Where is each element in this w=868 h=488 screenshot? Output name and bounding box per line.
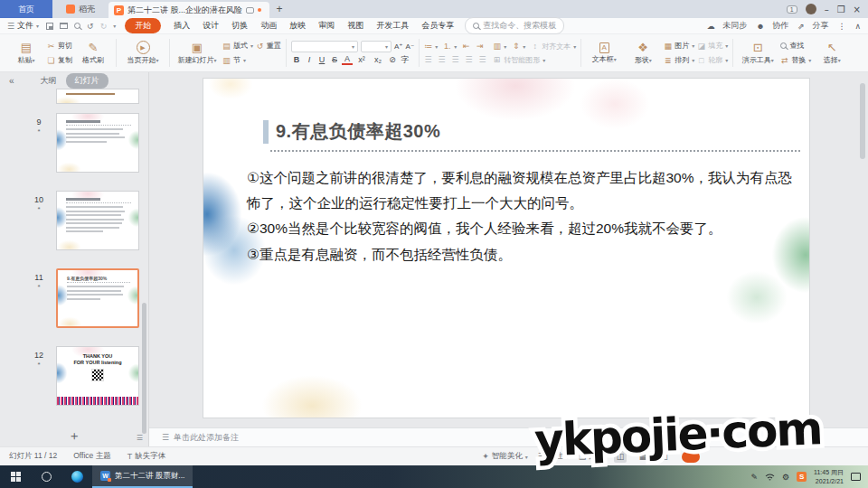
select-button[interactable]: ↖ 选择▾ [814, 35, 850, 71]
slide-thumbnail-8[interactable] [56, 89, 139, 104]
subscript-button[interactable]: x₂ [371, 55, 385, 64]
cut-button[interactable]: ✂剪切 [47, 40, 72, 52]
find-button[interactable]: 查找 [780, 40, 811, 52]
picture-button[interactable]: ▦图片▾ [664, 40, 694, 52]
shapes-button[interactable]: ❖ 形状▾ [625, 35, 661, 71]
align-center-button[interactable]: ☰ [438, 54, 446, 66]
settings-tray-icon[interactable]: ⚙ [782, 473, 789, 482]
reset-button[interactable]: ↺重置 [256, 40, 281, 52]
font-size-combo[interactable]: ▾ [361, 41, 392, 52]
layout-button[interactable]: ▤版式▾ [222, 40, 253, 52]
italic-button[interactable]: I [304, 55, 315, 64]
bold-button[interactable]: B [291, 55, 302, 64]
missing-font-warning[interactable]: T缺失字体 [127, 451, 166, 462]
action-center-icon[interactable] [851, 473, 861, 481]
canvas-scrollbar[interactable] [860, 83, 865, 159]
current-slide[interactable]: 9.有息负债率超30% ①这个问题之前讲的很清楚了，要利息的融资规模在总资产里占… [203, 79, 809, 418]
copy-button[interactable]: ❏复制 [47, 54, 72, 66]
maximize-button[interactable]: ❐ [837, 5, 845, 14]
slide-title[interactable]: 9.有息负债率超30% [276, 119, 440, 144]
minimize-button[interactable]: – [825, 5, 829, 14]
shrink-font-button[interactable]: A⁻ [406, 41, 415, 52]
docer-tab[interactable]: 稻壳 [52, 0, 108, 18]
indent-button[interactable]: ⇥ [476, 41, 484, 52]
align-left-button[interactable]: ☰ [424, 54, 432, 66]
body-paragraph-3[interactable]: ③重点是有息融资，而不包括经营性负债。 [247, 242, 802, 267]
play-slideshow-button[interactable] [682, 451, 700, 463]
fill-button[interactable]: ◪填充▾ [697, 40, 728, 52]
undo-icon[interactable]: ↺ [87, 22, 94, 31]
to-smartart-button[interactable]: ⊞转智能图形▾ [493, 54, 545, 66]
clock[interactable]: 11:45 周日 2021/2/21 [814, 468, 844, 484]
superscript-button[interactable]: x² [354, 55, 369, 64]
wps-taskbar-button[interactable]: W 第二十二讲 股票财... [92, 465, 193, 488]
share-button[interactable]: ⇗ 分享 [797, 20, 828, 32]
underline-button[interactable]: U [316, 55, 327, 64]
body-paragraph-1[interactable]: ①这个问题之前讲的很清楚了，要利息的融资规模在总资产里占比超30%，我认为有点恐… [247, 165, 802, 216]
slide-thumbnail-9[interactable] [56, 113, 139, 173]
paste-button[interactable]: ▤ 粘贴▾ [8, 35, 44, 71]
sync-status[interactable]: ☁ 未同步 [707, 20, 748, 32]
start-button[interactable] [0, 465, 31, 488]
body-paragraph-2[interactable]: ②30%当然是个比较宽容的阀值，我个人经验来看，超过20%我就不会要了。 [247, 216, 802, 241]
columns-button[interactable]: ▥▾ [493, 41, 506, 52]
theme-name[interactable]: Office 主题 [73, 451, 110, 462]
tab-member[interactable]: 会员专享 [421, 20, 454, 32]
slide-thumbnail-10[interactable] [56, 191, 139, 250]
cortana-button[interactable] [31, 465, 61, 488]
format-painter-button[interactable]: ✎ 格式刷 [75, 35, 111, 71]
distribute-button[interactable]: ☰ [478, 54, 486, 66]
wifi-icon[interactable] [765, 473, 775, 481]
notes-button[interactable]: ☰备注▾ [538, 451, 569, 462]
text-box-button[interactable]: A 文本框▾ [586, 35, 622, 71]
new-tab-button[interactable]: + [269, 0, 289, 18]
arrange-button[interactable]: ≣排列▾ [664, 54, 694, 66]
document-tab[interactable]: P 第二十二讲 股...企业的潜在风险 [108, 2, 269, 18]
file-menu[interactable]: ☰ 文件 ▾ [7, 20, 39, 32]
save-icon[interactable] [46, 23, 53, 30]
tab-devtools[interactable]: 开发工具 [376, 20, 409, 32]
slides-tab[interactable]: 幻灯片 [66, 73, 108, 89]
customize-toolbar-icon[interactable]: ▾ [113, 23, 116, 29]
comments-button[interactable]: ❑批注 [579, 451, 604, 462]
slide-body-text[interactable]: ①这个问题之前讲的很清楚了，要利息的融资规模在总资产里占比超30%，我认为有点恐… [247, 165, 802, 267]
tab-view[interactable]: 视图 [347, 20, 363, 32]
close-button[interactable]: × [854, 5, 861, 14]
print-preview-icon[interactable] [74, 23, 80, 29]
home-tab[interactable]: 首页 [0, 0, 52, 18]
account-badge[interactable]: 1 [787, 5, 797, 14]
justify-button[interactable]: ☰ [465, 54, 473, 66]
outline-button[interactable]: □轮廓▾ [697, 54, 728, 66]
slide-thumbnail-11-selected[interactable]: 9.有息负债率超30% [56, 268, 139, 328]
reading-view-button[interactable]: ▯ [659, 451, 672, 463]
tab-home[interactable]: 开始 [125, 18, 161, 33]
tab-animation[interactable]: 动画 [260, 20, 277, 32]
collapse-panel-icon[interactable]: « [9, 76, 14, 86]
notes-bar[interactable]: ☰ 单击此处添加备注 [149, 427, 868, 446]
text-effect-button[interactable]: 字 [400, 54, 410, 66]
panel-scrollbar[interactable] [142, 303, 146, 434]
present-tools-button[interactable]: ⊡ 演示工具▾ [738, 35, 778, 71]
print-icon[interactable] [60, 23, 68, 29]
grow-font-button[interactable]: A⁺ [394, 41, 403, 52]
font-color-button[interactable]: A [342, 54, 353, 65]
tab-transition[interactable]: 切换 [231, 20, 248, 32]
more-icon[interactable]: ⋮ [837, 22, 845, 31]
collapse-ribbon-icon[interactable]: ∧ [854, 22, 861, 31]
collaborate-button[interactable]: ☻ 协作 [756, 20, 788, 32]
play-from-current-button[interactable]: ▶ 当页开始▾ [121, 35, 165, 71]
pen-tray-icon[interactable]: ✎ [750, 473, 758, 482]
edge-button[interactable] [61, 465, 92, 488]
normal-view-button[interactable]: ◫ [614, 451, 627, 463]
add-slide-button[interactable]: ＋ [68, 428, 80, 445]
redo-icon[interactable]: ↻ [100, 22, 108, 31]
tab-review[interactable]: 审阅 [318, 20, 335, 32]
tab-insert[interactable]: 插入 [174, 20, 190, 32]
bullets-button[interactable]: ≔▾ [424, 41, 438, 52]
beautify-button[interactable]: ✦智能美化▾ [482, 451, 528, 462]
avatar[interactable] [806, 4, 816, 14]
panel-menu-icon[interactable]: ☰ [137, 434, 143, 442]
outdent-button[interactable]: ⇤ [462, 41, 470, 52]
align-right-button[interactable]: ☰ [451, 54, 459, 66]
numbering-button[interactable]: 1.▾ [443, 41, 457, 52]
